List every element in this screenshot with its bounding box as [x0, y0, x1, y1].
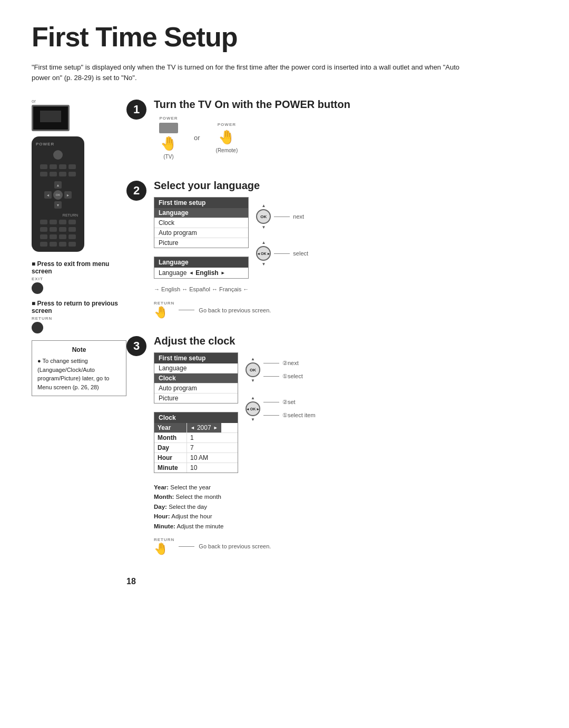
step3-menus-area: First time setup Language Clock Auto pro… [154, 352, 537, 477]
return-note-text-step2: Go back to previous screen. [199, 307, 271, 313]
right-arrow-lang: ► [221, 270, 225, 276]
remote-btn [59, 220, 66, 224]
power-text-remote: POWER [218, 122, 236, 127]
language-row-label: Language [159, 269, 187, 277]
clock-val-year: ◄ 2007 ► [187, 423, 221, 432]
press-exit-note: ■ Press to exit from menu screen EXIT [32, 260, 126, 296]
ok-button-step2-select: ◄ OK ► [256, 246, 271, 261]
remote-btn-row-3 [40, 220, 76, 224]
remote-btn-row-5 [40, 234, 76, 239]
power-rect-tv [159, 123, 178, 133]
field-note-day: Day: Select the day [154, 502, 537, 511]
step2-annotations: ▲ OK ▼ next [256, 197, 308, 267]
remote-btn [40, 227, 47, 232]
step3-menu-annotation: ▲ OK ▼ ②next [246, 357, 316, 383]
remote-btn [50, 242, 57, 247]
return-label-step3-bottom: RETURN [154, 537, 174, 542]
remote-btn [59, 242, 66, 247]
clock-row-year: Year ◄ 2007 ► [154, 423, 238, 433]
clock-label-year: Year [154, 423, 187, 432]
step3-setup-menu: First time setup Language Clock Auto pro… [154, 352, 238, 404]
power-text-tv: POWER [159, 116, 178, 121]
remote-btn [68, 234, 76, 239]
language-row: Language ◄ English ► [154, 268, 248, 278]
remote-btn [40, 172, 47, 176]
remote-btn [68, 242, 76, 247]
clock-row-minute: Minute 10 [154, 463, 238, 473]
field-note-month: Month: Select the month [154, 492, 537, 501]
clock-label-day: Day [154, 443, 187, 452]
remote-illustration: or POWER ▲ [32, 99, 126, 396]
left-arrow-lang: ◄ [189, 270, 193, 276]
clock-val-day: 7 [187, 443, 197, 452]
remote-btn [40, 164, 47, 169]
dpad-right: ► [64, 191, 72, 199]
clock-label-minute: Minute [154, 463, 187, 473]
remote-power-device: POWER 🤚 (Remote) [216, 122, 238, 153]
step2-select-annotation: ▲ ◄ OK ► ▼ select [256, 240, 308, 267]
remote-btn [50, 234, 57, 239]
return-hand-step3: 🤚 [154, 542, 168, 555]
return-label-step3: RETURN [32, 316, 126, 321]
tv-screen-small [32, 105, 70, 131]
return-note-text-step3: Go back to previous screen. [199, 543, 271, 549]
step3-menus: First time setup Language Clock Auto pro… [154, 352, 238, 477]
remote-btn [50, 164, 57, 169]
clock-field-notes: Year: Select the year Month: Select the … [154, 483, 537, 531]
note-box: Note ● To change setting (Language/Clock… [32, 340, 126, 396]
setup-menu-header: First time setup [154, 198, 248, 208]
menu-item-picture: Picture [154, 238, 248, 248]
power-illustration: POWER 🤚 (TV) or POWER 🤚 (Remote) [159, 116, 537, 160]
or-label: or [32, 99, 70, 104]
note-title: Note [37, 345, 121, 355]
dpad-ok: OK [53, 190, 63, 200]
return-button [32, 322, 43, 333]
remote-btn [68, 227, 76, 232]
remote-btn [68, 220, 76, 224]
setup-menu-box: First time setup Language Clock Auto pro… [154, 197, 249, 248]
return-hand-step2: 🤚 [154, 306, 168, 319]
steps-content: 1 Turn the TV On with the POWER button P… [126, 99, 537, 586]
language-box: Language Language ◄ English ► [154, 257, 249, 279]
step2-content: Select your language First time setup La… [154, 180, 537, 319]
remote-power-button [53, 150, 63, 160]
field-note-minute: Minute: Adjust the minute [154, 522, 537, 531]
remote-label: (Remote) [216, 147, 238, 153]
remote-dpad: ▲ ▼ ◄ ► OK [44, 181, 72, 209]
remote-btn-row-2 [40, 172, 76, 176]
step3-return-note: RETURN 🤚 Go back to previous screen. [154, 537, 537, 556]
clock-val-hour: 10 AM [187, 453, 211, 463]
step1-content: Turn the TV On with the POWER button POW… [154, 99, 537, 164]
step3-annotations: ▲ OK ▼ ②next [246, 352, 316, 422]
remote-btn [50, 227, 57, 232]
dpad-down: ▼ [54, 201, 62, 209]
remote-btn [59, 234, 66, 239]
step3-annotation-set: ②set [263, 399, 316, 406]
remote-btn [40, 234, 47, 239]
exit-label: EXIT [32, 277, 126, 281]
step1-title: Turn the TV On with the POWER button [154, 99, 537, 111]
return-label-remote: RETURN [63, 213, 78, 217]
step3-annotation-select-item: ①select item [263, 412, 316, 419]
step3-menu-picture: Picture [154, 393, 238, 403]
dpad-up: ▲ [54, 181, 62, 189]
clock-val-month: 1 [187, 433, 197, 442]
clock-val-minute: 10 [187, 463, 200, 473]
remote-btn [40, 242, 47, 247]
step2-area: First time setup Language Clock Auto pro… [154, 197, 537, 296]
hand-remote-icon: 🤚 [218, 129, 235, 145]
step2-section: 2 Select your language First time setup … [126, 180, 537, 319]
step3-section: 3 Adjust the clock First time setup Lang… [126, 335, 537, 556]
return-label-step2: RETURN [154, 301, 174, 306]
power-label-remote: POWER [36, 142, 54, 146]
step3-title: Adjust the clock [154, 335, 537, 347]
dpad-left: ◄ [44, 191, 52, 199]
intro-text: "First time setup" is displayed only whe… [32, 62, 464, 83]
step3-number: 3 [126, 336, 146, 356]
remote-btn [68, 164, 76, 169]
menu-item-autoprog: Auto program [154, 228, 248, 238]
field-note-hour: Hour: Adjust the hour [154, 511, 537, 521]
clock-row-month: Month 1 [154, 433, 238, 443]
step3-menu-autoprog: Auto program [154, 383, 238, 393]
clock-table: Clock Year ◄ 2007 ► Month [154, 412, 238, 473]
